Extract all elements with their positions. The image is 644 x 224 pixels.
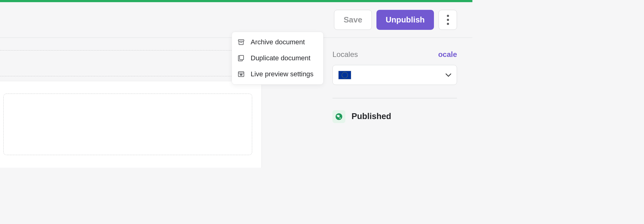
field-placeholder[interactable] xyxy=(0,50,262,76)
menu-item-live-preview[interactable]: Live preview settings xyxy=(232,66,323,82)
svg-rect-1 xyxy=(238,40,244,41)
divider xyxy=(332,98,457,98)
unpublish-button[interactable]: Unpublish xyxy=(376,10,434,30)
chevron-down-icon xyxy=(446,73,451,77)
dots-vertical-icon xyxy=(447,15,449,25)
svg-point-6 xyxy=(241,74,242,75)
menu-item-archive[interactable]: Archive document xyxy=(232,34,323,50)
more-menu-button[interactable] xyxy=(439,10,457,30)
locale-selector[interactable] xyxy=(332,65,457,85)
menu-item-label: Live preview settings xyxy=(251,70,313,78)
menu-item-label: Duplicate document xyxy=(251,54,310,62)
preview-settings-icon xyxy=(237,70,245,78)
more-menu-dropdown: Archive document Duplicate document Live… xyxy=(232,32,324,85)
menu-item-duplicate[interactable]: Duplicate document xyxy=(232,50,323,66)
content-panel xyxy=(0,81,262,168)
field-placeholder[interactable] xyxy=(3,94,252,155)
duplicate-icon xyxy=(237,54,245,62)
status-row: Published xyxy=(332,110,457,123)
locales-header: Locales ocale xyxy=(332,50,457,59)
globe-icon xyxy=(335,113,343,121)
locales-label: Locales xyxy=(332,50,358,59)
save-button[interactable]: Save xyxy=(334,10,372,30)
svg-rect-3 xyxy=(240,55,244,60)
menu-item-label: Archive document xyxy=(251,38,305,46)
archive-icon xyxy=(237,38,245,46)
configure-locale-link[interactable]: ocale xyxy=(438,50,457,59)
top-accent-bar xyxy=(0,0,472,2)
status-label: Published xyxy=(352,112,391,121)
eu-flag-icon xyxy=(338,71,351,79)
status-badge xyxy=(332,110,345,123)
sidebar: Locales ocale Published xyxy=(332,38,472,168)
